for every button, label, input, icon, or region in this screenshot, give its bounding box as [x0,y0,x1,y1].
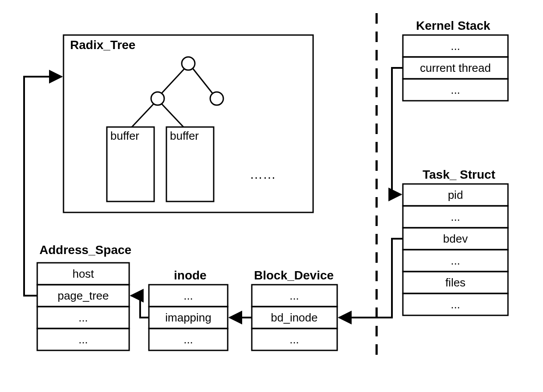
kernel-stack-title: Kernel Stack [416,19,490,32]
kernel-stack-struct: Kernel Stack ... current thread ... [403,19,508,101]
tree-left-node [151,92,164,105]
buffer-leaf-2: buffer [166,127,214,201]
inode-struct: inode ... imapping ... [149,268,228,350]
radix-tree-box: Radix_Tree buffer buffer …… [63,35,313,212]
inode-row-1: imapping [165,311,212,324]
arrow-bdev-to-bdinode [339,239,403,318]
inode-row-0: ... [183,289,193,302]
svg-line-4 [162,104,183,127]
kernel-stack-row-0: ... [451,39,460,53]
task-struct-title: Task_ Struct [423,168,495,181]
radix-tree-more: …… [250,167,276,181]
inode-row-2: ... [183,333,193,346]
radix-tree-title: Radix_Tree [70,38,135,52]
address-space-row-3: ... [78,333,88,346]
task-struct-row-4: files [445,276,465,289]
buffer-leaf-2-label: buffer [170,129,199,142]
block-device-struct: Block_Device ... bd_inode ... [252,268,337,350]
task-struct: Task_ Struct pid ... bdev ... files ... [403,168,508,315]
address-space-row-1: page_tree [57,289,109,302]
tree-root-node [182,57,195,70]
diagram-canvas: Radix_Tree buffer buffer …… Address_Spac… [0,0,543,392]
block-device-row-2: ... [289,333,299,346]
svg-line-3 [132,104,154,127]
arrow-currentthread-to-pid [392,68,403,194]
address-space-title: Address_Space [39,243,131,257]
buffer-leaf-1: buffer [107,127,154,201]
block-device-title: Block_Device [254,268,334,282]
buffer-leaf-1-label: buffer [110,129,139,142]
kernel-stack-row-2: ... [451,83,460,96]
svg-line-1 [162,69,184,93]
svg-line-2 [193,68,213,94]
inode-title: inode [174,268,207,282]
block-device-row-1: bd_inode [271,311,318,324]
task-struct-row-3: ... [451,254,460,267]
address-space-row-0: host [72,267,94,280]
task-struct-row-5: ... [451,298,460,311]
address-space-row-2: ... [78,311,88,324]
kernel-stack-row-1: current thread [420,61,491,74]
task-struct-row-2: bdev [443,232,468,245]
address-space-struct: Address_Space host page_tree ... ... [37,243,131,350]
task-struct-row-0: pid [448,188,463,201]
svg-rect-0 [63,35,313,212]
task-struct-row-1: ... [451,210,460,223]
block-device-row-0: ... [289,289,299,302]
